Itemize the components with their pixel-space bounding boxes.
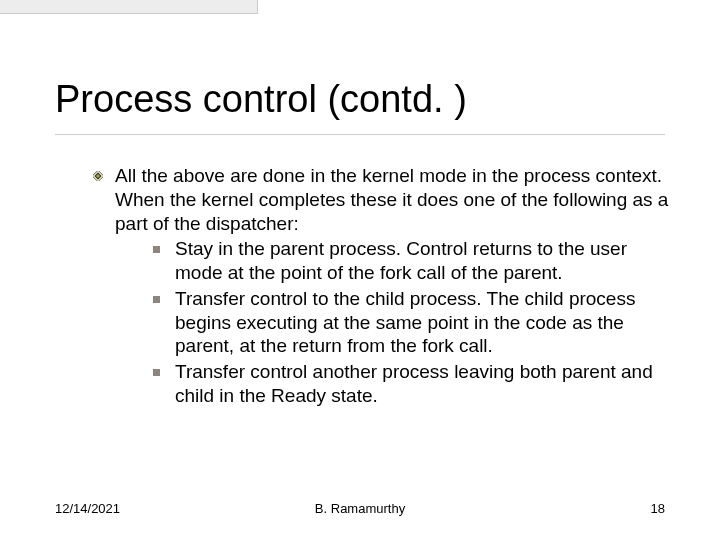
footer-date: 12/14/2021 (55, 501, 120, 516)
square-bullet-icon (153, 296, 160, 303)
sub-item: Transfer control another process leaving… (153, 360, 672, 408)
title-underline (55, 134, 665, 135)
diamond-bullet-icon (93, 171, 103, 181)
sub-item: Stay in the parent process. Control retu… (153, 237, 672, 285)
top-bar-stub (0, 0, 258, 14)
sub-text: Transfer control another process leaving… (175, 361, 653, 406)
slide-title: Process control (contd. ) (55, 78, 467, 122)
sub-text: Stay in the parent process. Control retu… (175, 238, 627, 283)
svg-rect-0 (95, 173, 101, 179)
slide: Process control (contd. ) All the above … (0, 0, 720, 540)
sub-text: Transfer control to the child process. T… (175, 288, 635, 357)
square-bullet-icon (153, 246, 160, 253)
intro-text: All the above are done in the kernel mod… (115, 165, 668, 234)
sub-item: Transfer control to the child process. T… (153, 287, 672, 358)
footer-page-number: 18 (651, 501, 665, 516)
footer-author: B. Ramamurthy (315, 501, 405, 516)
sub-list: Stay in the parent process. Control retu… (115, 237, 672, 407)
intro-paragraph: All the above are done in the kernel mod… (95, 164, 672, 408)
slide-body: All the above are done in the kernel mod… (95, 164, 672, 412)
square-bullet-icon (153, 369, 160, 376)
